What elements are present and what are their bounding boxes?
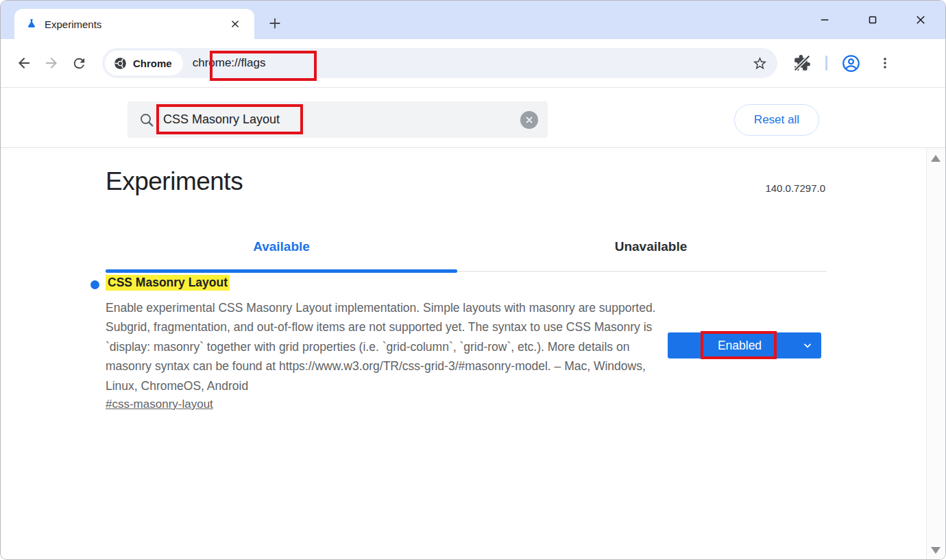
tab-available[interactable]: Available: [106, 239, 457, 254]
flag-title: CSS Masonry Layout: [106, 276, 230, 290]
new-tab-button[interactable]: [264, 12, 286, 34]
bookmark-star-icon[interactable]: [747, 51, 772, 75]
flag-permalink[interactable]: #css-masonry-layout: [106, 398, 213, 411]
close-window-icon[interactable]: [906, 6, 936, 34]
active-tab-indicator: [106, 269, 457, 273]
flag-description: Enable experimental CSS Masonry Layout i…: [106, 298, 664, 395]
maximize-icon[interactable]: [858, 6, 888, 34]
address-bar[interactable]: Chrome chrome://flags: [102, 48, 777, 78]
chrome-logo-icon: [113, 56, 128, 71]
search-icon: [138, 112, 155, 128]
flags-tab-bar: Available Unavailable: [106, 227, 827, 273]
site-badge[interactable]: Chrome: [105, 51, 183, 75]
extensions-disabled-icon[interactable]: [788, 49, 816, 77]
forward-icon[interactable]: [38, 49, 65, 77]
search-input[interactable]: CSS Masonry Layout: [163, 112, 520, 127]
clear-search-icon[interactable]: [520, 111, 538, 129]
scroll-up-icon[interactable]: [931, 155, 941, 162]
toolbar-divider: [825, 56, 827, 71]
scroll-down-icon[interactable]: [931, 547, 941, 554]
window-controls: [810, 1, 936, 39]
vertical-scrollbar[interactable]: [926, 148, 945, 560]
version-number: 140.0.7297.0: [765, 182, 825, 194]
browser-tab-experiments[interactable]: Experiments: [14, 9, 254, 39]
flag-state-value: Enabled: [668, 339, 794, 353]
reset-all-button[interactable]: Reset all: [734, 104, 819, 136]
tab-close-icon[interactable]: [226, 14, 245, 34]
tab-strip: Experiments: [1, 1, 945, 39]
chevron-down-icon: [794, 340, 821, 351]
reload-icon[interactable]: [65, 49, 93, 77]
flag-state-dropdown[interactable]: Enabled: [668, 332, 821, 358]
flask-icon: [25, 18, 38, 30]
browser-toolbar: Chrome chrome://flags: [1, 39, 945, 88]
back-icon[interactable]: [10, 49, 38, 77]
tab-title: Experiments: [45, 19, 226, 30]
browser-window: Experiments: [0, 0, 946, 560]
profile-icon[interactable]: [837, 49, 864, 77]
flags-search-header: CSS Masonry Layout Reset all: [1, 88, 945, 148]
flags-search-box[interactable]: CSS Masonry Layout: [128, 101, 548, 138]
site-badge-label: Chrome: [133, 58, 172, 69]
flags-page-content: Experiments 140.0.7297.0 Available Unava…: [1, 148, 945, 560]
flag-title-highlight: CSS Masonry Layout: [106, 275, 230, 291]
menu-kebab-icon[interactable]: [871, 49, 899, 77]
minimize-icon[interactable]: [810, 6, 840, 34]
toolbar-right-icons: [788, 49, 899, 77]
flag-bullet-dot: [90, 280, 99, 289]
tab-unavailable[interactable]: Unavailable: [475, 239, 827, 254]
url-text[interactable]: chrome://flags: [193, 56, 747, 70]
page-title: Experiments: [106, 167, 243, 196]
